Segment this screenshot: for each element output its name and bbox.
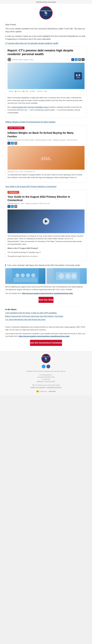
elephant-icon: 🐘: [44, 12, 48, 14]
donate-section: We are fighting back against Ned Lamont …: [5, 286, 87, 303]
primary-twitter-icon[interactable]: t: [11, 205, 14, 208]
svg-point-15: [71, 274, 76, 279]
footer-logo-circle: CONNECTICUT 🐘 GOP: [42, 354, 50, 363]
lla-section: "Live, Learn, Activate" with Mayor Erin …: [5, 264, 87, 303]
play-button[interactable]: [43, 218, 49, 224]
pension-map-image: 6.8 Trillion: [8, 63, 84, 89]
primary-article-link[interactable]: Your Guide to the August 2022 Primary El…: [5, 186, 87, 188]
primary-body-3: The polls are open from 6 a.m. to 8 p.m.: [8, 255, 84, 258]
bts-email-icon[interactable]: ✉: [14, 142, 17, 145]
footer-ct-text: CONNECTICUT: [42, 356, 50, 358]
primary-body-strong: When is the CT August 2022 Primary?: [8, 247, 84, 250]
lla-quote: "Live, Learn, Activate" with Mayor Erin …: [5, 264, 87, 266]
donate-link-1[interactable]: https://secure.anedot.com/connecticut-re…: [22, 292, 73, 294]
news-link-1[interactable]: A key ingredient to flip the House: A wa…: [5, 312, 87, 314]
footer-logo: CONNECTICUT 🐘 GOP: [4, 354, 88, 363]
svg-rect-3: [46, 157, 48, 159]
greeting: Dear Friend,: [5, 24, 87, 26]
divider-3: [5, 324, 87, 324]
view-in-browser-bar: View this email in your browser: [0, 0, 92, 4]
facebook-share-icon[interactable]: f: [71, 58, 74, 61]
bts-facebook-icon[interactable]: f: [8, 142, 10, 145]
bts-byline: By Anne D'Innocenzio and Claire Savage ·…: [8, 139, 84, 141]
bts-article-image: [8, 146, 84, 170]
donate-text-1: We are fighting back against Ned Lamont …: [5, 286, 87, 291]
primary-body-2: The Connecticut primary is Tuesday, Aug.…: [8, 251, 84, 254]
footer-preferences-text: Want to change how you receive these ema…: [4, 384, 88, 388]
pension-stats-bar: ♡ 65 Like 😮 1 Love 😲 2 Wow 👍 Share Comme…: [8, 90, 84, 92]
event-photo-icon: [46, 268, 87, 284]
stat-more[interactable]: More: [44, 90, 47, 92]
bts-social-icons: f t ✉: [8, 142, 84, 145]
group-photo-icon: [5, 268, 46, 284]
pew-analysis-link[interactable]: recent analysis from The Pew Charitable …: [12, 106, 48, 108]
bts-twitter-icon[interactable]: t: [11, 142, 14, 145]
intro-paragraph-2: In case you missed it, below are a few r…: [5, 35, 87, 41]
comeback-body-2: If you want to join the Connecticut Come…: [5, 332, 87, 338]
stat-love: 😮 1 Love: [15, 90, 21, 92]
pension-article-card: Report: CT's pension debt remains high d…: [5, 46, 87, 118]
unsubscribe-link[interactable]: unsubscribe from this list: [47, 387, 62, 388]
comeback-section: Friend, Connecticut Republicans are work…: [5, 326, 87, 346]
pension-card-body: Report: CT's pension debt remains high d…: [6, 46, 86, 118]
stat-wow: 😲 2 Wow: [22, 90, 28, 92]
svg-point-7: [21, 274, 25, 277]
pension-author-date: Scott M. Howell · August 3, 2022: [12, 59, 33, 60]
comeback-donate-link[interactable]: https://secure.anedot.com/connecticut-re…: [18, 335, 70, 337]
play-triangle-icon: [45, 220, 48, 223]
update-preferences-link[interactable]: Update your preferences: [30, 387, 45, 388]
bts-body-text: To understand the impact of surging infl…: [8, 174, 84, 179]
svg-rect-1: [42, 157, 43, 159]
footer-address: Our mailing address is: Connecticut Repu…: [4, 374, 88, 383]
bts-card-content: Inflation Weighs on Back-To-School Buyin…: [6, 129, 86, 182]
pension-body-1: When Connecticut legislators roughly $41…: [8, 96, 84, 104]
pension-social-icons: f t ✉ 🖨: [71, 58, 84, 61]
svg-rect-10: [14, 278, 37, 282]
primary-facebook-icon[interactable]: f: [8, 205, 10, 208]
news-section: In the News: A key ingredient to flip th…: [5, 308, 87, 321]
news-link-3[interactable]: U.S. faces international crises with Rus…: [5, 318, 87, 321]
news-link-2[interactable]: Biden's Approval Hits 33 Percent: Democr…: [5, 315, 87, 318]
primary-article-card: PRIMARIES Your Guide to the August 2022 …: [5, 190, 87, 261]
pension-body-2: But a recent analysis from The Pew Chari…: [8, 106, 84, 114]
header-logo-section: CONNECTICUT 🐘 GOP: [0, 4, 92, 21]
bts-article-link[interactable]: Inflation Weighs on Back-To-School Buyin…: [5, 121, 87, 123]
lla-images: [5, 268, 87, 284]
pension-article-headline: Report: CT's pension debt remains high d…: [8, 49, 84, 56]
footer-section: CONNECTICUT 🐘 GOP t f Copyright © 2022 C…: [0, 351, 92, 395]
svg-point-13: [59, 274, 64, 279]
primary-social-icons: f t ✉: [8, 205, 84, 208]
join-comeback-button[interactable]: Join the Connecticut Comeback: [30, 340, 62, 346]
primary-card-content: Your Guide to the August 2022 Primary El…: [6, 193, 86, 261]
footer-facebook-icon[interactable]: f: [46, 365, 50, 368]
primary-article-video-thumbnail: [8, 210, 84, 233]
comeback-body-1: Friend, Connecticut Republicans are work…: [5, 326, 87, 331]
logo-gop-text: GOP: [44, 14, 48, 16]
stat-comment[interactable]: Comment: [37, 90, 42, 92]
print-share-icon[interactable]: 🖨: [82, 58, 84, 61]
save-our-state-button[interactable]: Save Our State: [38, 297, 54, 303]
svg-point-14: [65, 274, 70, 279]
email-share-icon[interactable]: ✉: [78, 58, 81, 61]
primary-headline: Your Guide to the August 2022 Primary El…: [8, 195, 84, 202]
donate-text-2: You can donate here: https://secure.aned…: [5, 292, 87, 295]
footer-twitter-icon[interactable]: t: [42, 365, 46, 368]
mailchimp-logo: MC Powered by mailchimp: [4, 390, 88, 393]
bts-headline-sub: Families: [8, 135, 84, 138]
primary-tag: PRIMARIES: [8, 191, 19, 194]
pension-article-meta: Scott M. Howell · August 3, 2022 f t ✉ 🖨: [8, 58, 84, 62]
stat-like: ♡ 65 Like: [8, 90, 13, 92]
svg-point-9: [31, 274, 35, 277]
author-avatar: [8, 58, 11, 62]
store-shelf-icon: [41, 154, 51, 162]
stat-share[interactable]: 👍 Share: [30, 90, 35, 92]
lla-image-1: [5, 268, 46, 284]
view-in-browser-link[interactable]: View this email in your browser: [36, 1, 56, 3]
primary-email-icon[interactable]: ✉: [14, 205, 17, 208]
pension-article-link[interactable]: CT pension debt ranks top 10 nationally …: [5, 42, 87, 44]
twitter-share-icon[interactable]: t: [75, 58, 78, 61]
mailchimp-badge: MC Powered by mailchimp: [4, 390, 88, 393]
intro-paragraph-1: This is your weekly newsletter from the …: [5, 27, 87, 33]
footer-gop-text: GOP: [44, 360, 48, 361]
content-area: Dear Friend, This is your weekly newslet…: [0, 21, 92, 351]
